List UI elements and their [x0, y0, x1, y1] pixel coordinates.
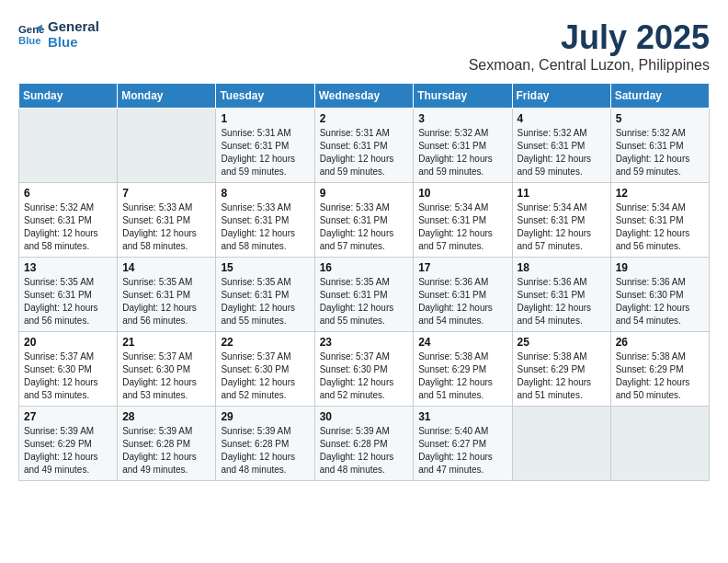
day-number: 16	[320, 261, 409, 274]
calendar-cell: 28Sunrise: 5:39 AM Sunset: 6:28 PM Dayli…	[118, 407, 216, 481]
day-number: 15	[221, 261, 309, 274]
calendar-cell: 31Sunrise: 5:40 AM Sunset: 6:27 PM Dayli…	[414, 407, 512, 481]
page-header: General Blue General Blue July 2025 Sexm…	[18, 18, 710, 74]
day-number: 19	[616, 261, 704, 274]
day-info: Sunrise: 5:34 AM Sunset: 6:31 PM Dayligh…	[418, 201, 506, 253]
day-number: 23	[320, 336, 409, 349]
day-info: Sunrise: 5:37 AM Sunset: 6:30 PM Dayligh…	[221, 350, 309, 402]
day-info: Sunrise: 5:39 AM Sunset: 6:28 PM Dayligh…	[221, 425, 309, 477]
header-friday: Friday	[512, 84, 610, 109]
day-info: Sunrise: 5:38 AM Sunset: 6:29 PM Dayligh…	[616, 350, 704, 402]
day-info: Sunrise: 5:33 AM Sunset: 6:31 PM Dayligh…	[221, 201, 309, 253]
header-tuesday: Tuesday	[216, 84, 314, 109]
day-info: Sunrise: 5:32 AM Sunset: 6:31 PM Dayligh…	[418, 127, 506, 178]
header-saturday: Saturday	[610, 84, 709, 109]
day-info: Sunrise: 5:37 AM Sunset: 6:30 PM Dayligh…	[24, 350, 112, 402]
day-number: 21	[122, 336, 210, 349]
calendar-cell: 17Sunrise: 5:36 AM Sunset: 6:31 PM Dayli…	[414, 258, 512, 332]
day-info: Sunrise: 5:33 AM Sunset: 6:31 PM Dayligh…	[122, 201, 210, 253]
calendar-cell: 25Sunrise: 5:38 AM Sunset: 6:29 PM Dayli…	[512, 332, 610, 407]
calendar-cell	[512, 407, 610, 481]
day-number: 1	[221, 112, 309, 125]
calendar-cell	[19, 109, 118, 183]
day-number: 13	[24, 261, 112, 274]
logo-line2: Blue	[48, 34, 99, 50]
day-number: 7	[122, 187, 210, 200]
calendar-cell: 24Sunrise: 5:38 AM Sunset: 6:29 PM Dayli…	[414, 332, 512, 407]
calendar-cell: 10Sunrise: 5:34 AM Sunset: 6:31 PM Dayli…	[414, 183, 512, 258]
day-number: 5	[616, 112, 704, 125]
day-info: Sunrise: 5:35 AM Sunset: 6:31 PM Dayligh…	[320, 276, 409, 327]
day-info: Sunrise: 5:36 AM Sunset: 6:31 PM Dayligh…	[518, 276, 606, 327]
calendar-week-2: 6Sunrise: 5:32 AM Sunset: 6:31 PM Daylig…	[19, 183, 710, 258]
calendar-cell: 29Sunrise: 5:39 AM Sunset: 6:28 PM Dayli…	[216, 407, 314, 481]
day-number: 30	[320, 410, 409, 423]
day-number: 18	[518, 261, 606, 274]
calendar-cell: 18Sunrise: 5:36 AM Sunset: 6:31 PM Dayli…	[512, 258, 610, 332]
day-number: 8	[221, 187, 309, 200]
calendar-cell: 14Sunrise: 5:35 AM Sunset: 6:31 PM Dayli…	[118, 258, 216, 332]
calendar-cell: 8Sunrise: 5:33 AM Sunset: 6:31 PM Daylig…	[216, 183, 314, 258]
calendar-table: SundayMondayTuesdayWednesdayThursdayFrid…	[18, 83, 710, 481]
day-info: Sunrise: 5:39 AM Sunset: 6:29 PM Dayligh…	[24, 425, 112, 477]
calendar-cell: 11Sunrise: 5:34 AM Sunset: 6:31 PM Dayli…	[512, 183, 610, 258]
day-info: Sunrise: 5:33 AM Sunset: 6:31 PM Dayligh…	[320, 201, 409, 253]
calendar-week-5: 27Sunrise: 5:39 AM Sunset: 6:29 PM Dayli…	[19, 407, 710, 481]
day-info: Sunrise: 5:32 AM Sunset: 6:31 PM Dayligh…	[518, 127, 606, 178]
calendar-cell: 5Sunrise: 5:32 AM Sunset: 6:31 PM Daylig…	[610, 109, 709, 183]
title-block: July 2025 Sexmoan, Central Luzon, Philip…	[469, 18, 710, 74]
day-number: 10	[418, 187, 506, 200]
calendar-cell: 20Sunrise: 5:37 AM Sunset: 6:30 PM Dayli…	[19, 332, 118, 407]
header-sunday: Sunday	[19, 84, 118, 109]
svg-text:Blue: Blue	[18, 35, 41, 46]
day-info: Sunrise: 5:34 AM Sunset: 6:31 PM Dayligh…	[616, 201, 704, 253]
calendar-week-3: 13Sunrise: 5:35 AM Sunset: 6:31 PM Dayli…	[19, 258, 710, 332]
day-info: Sunrise: 5:38 AM Sunset: 6:29 PM Dayligh…	[518, 350, 606, 402]
day-info: Sunrise: 5:37 AM Sunset: 6:30 PM Dayligh…	[320, 350, 409, 402]
day-info: Sunrise: 5:32 AM Sunset: 6:31 PM Dayligh…	[616, 127, 704, 178]
calendar-cell: 1Sunrise: 5:31 AM Sunset: 6:31 PM Daylig…	[216, 109, 314, 183]
header-wednesday: Wednesday	[314, 84, 414, 109]
calendar-cell: 7Sunrise: 5:33 AM Sunset: 6:31 PM Daylig…	[118, 183, 216, 258]
calendar-cell: 9Sunrise: 5:33 AM Sunset: 6:31 PM Daylig…	[314, 183, 414, 258]
day-number: 17	[418, 261, 506, 274]
calendar-cell: 26Sunrise: 5:38 AM Sunset: 6:29 PM Dayli…	[610, 332, 709, 407]
calendar-cell: 13Sunrise: 5:35 AM Sunset: 6:31 PM Dayli…	[19, 258, 118, 332]
day-info: Sunrise: 5:36 AM Sunset: 6:30 PM Dayligh…	[616, 276, 704, 327]
day-info: Sunrise: 5:37 AM Sunset: 6:30 PM Dayligh…	[122, 350, 210, 402]
calendar-cell: 12Sunrise: 5:34 AM Sunset: 6:31 PM Dayli…	[610, 183, 709, 258]
calendar-cell: 4Sunrise: 5:32 AM Sunset: 6:31 PM Daylig…	[512, 109, 610, 183]
day-info: Sunrise: 5:31 AM Sunset: 6:31 PM Dayligh…	[221, 127, 309, 178]
calendar-cell: 6Sunrise: 5:32 AM Sunset: 6:31 PM Daylig…	[19, 183, 118, 258]
calendar-cell: 3Sunrise: 5:32 AM Sunset: 6:31 PM Daylig…	[414, 109, 512, 183]
day-info: Sunrise: 5:31 AM Sunset: 6:31 PM Dayligh…	[320, 127, 409, 178]
calendar-cell: 30Sunrise: 5:39 AM Sunset: 6:28 PM Dayli…	[314, 407, 414, 481]
day-number: 4	[518, 112, 606, 125]
day-number: 12	[616, 187, 704, 200]
calendar-cell	[118, 109, 216, 183]
day-number: 2	[320, 112, 409, 125]
day-info: Sunrise: 5:40 AM Sunset: 6:27 PM Dayligh…	[418, 425, 506, 477]
logo: General Blue General Blue	[18, 18, 99, 50]
day-number: 11	[518, 187, 606, 200]
day-info: Sunrise: 5:35 AM Sunset: 6:31 PM Dayligh…	[221, 276, 309, 327]
day-info: Sunrise: 5:39 AM Sunset: 6:28 PM Dayligh…	[122, 425, 210, 477]
day-number: 29	[221, 410, 309, 423]
day-number: 31	[418, 410, 506, 423]
calendar-cell: 27Sunrise: 5:39 AM Sunset: 6:29 PM Dayli…	[19, 407, 118, 481]
calendar-cell	[610, 407, 709, 481]
calendar-week-4: 20Sunrise: 5:37 AM Sunset: 6:30 PM Dayli…	[19, 332, 710, 407]
calendar-week-1: 1Sunrise: 5:31 AM Sunset: 6:31 PM Daylig…	[19, 109, 710, 183]
day-info: Sunrise: 5:32 AM Sunset: 6:31 PM Dayligh…	[24, 201, 112, 253]
day-number: 20	[24, 336, 112, 349]
calendar-cell: 2Sunrise: 5:31 AM Sunset: 6:31 PM Daylig…	[314, 109, 414, 183]
day-number: 14	[122, 261, 210, 274]
day-info: Sunrise: 5:36 AM Sunset: 6:31 PM Dayligh…	[418, 276, 506, 327]
calendar-cell: 22Sunrise: 5:37 AM Sunset: 6:30 PM Dayli…	[216, 332, 314, 407]
calendar-cell: 23Sunrise: 5:37 AM Sunset: 6:30 PM Dayli…	[314, 332, 414, 407]
calendar-cell: 15Sunrise: 5:35 AM Sunset: 6:31 PM Dayli…	[216, 258, 314, 332]
header-thursday: Thursday	[414, 84, 512, 109]
day-number: 26	[616, 336, 704, 349]
logo-line1: General	[48, 18, 99, 34]
day-info: Sunrise: 5:35 AM Sunset: 6:31 PM Dayligh…	[24, 276, 112, 327]
